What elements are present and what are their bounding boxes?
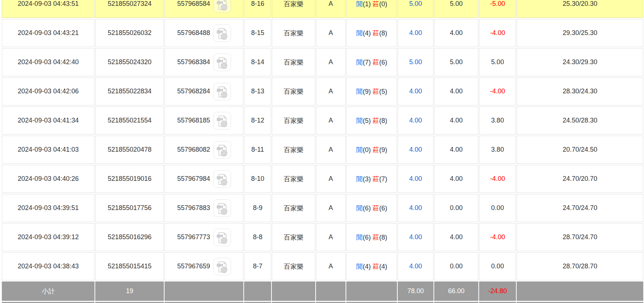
video-replay-button[interactable] (213, 170, 231, 188)
valid-bet-cell: 4.00 (398, 223, 433, 251)
balance-cell: 24.70/24.70 (517, 194, 643, 222)
banker-label: 莊 (373, 146, 379, 154)
bet-rows: 2024-09-03 04:43:51521855027324557968584… (2, 0, 643, 280)
game-type-cell: 百家樂 (272, 77, 315, 105)
bet-record-row[interactable]: 2024-09-03 04:42:40521855024320557968384… (2, 48, 643, 76)
win-loss-cell: -5.00 (479, 0, 516, 18)
banker-label: 莊 (373, 234, 379, 241)
banker-label: 莊 (373, 30, 379, 37)
bet-amount-cell: 0.00 (434, 194, 479, 222)
balance-cell: 25.30/20.30 (517, 0, 643, 18)
valid-bet-cell: 4.00 (398, 194, 433, 222)
valid-bet-cell: 4.00 (398, 252, 433, 280)
order-id-cell: 521855026032 (95, 19, 164, 47)
bet-amount-cell: 5.00 (434, 48, 479, 76)
subtotal-empty-cell (517, 281, 643, 301)
player-label: 閒 (356, 146, 363, 154)
result-cell: 閒(5) 莊(8) (346, 106, 397, 135)
subtotal-label: 小計 (2, 281, 95, 301)
player-label: 閒 (356, 175, 363, 183)
result-cell: 閒(6) 莊(8) (346, 223, 397, 251)
subtotal-bet-amount: 66.00 (434, 281, 479, 301)
table-name-cell: A (316, 252, 346, 280)
bet-amount-cell: 4.00 (434, 106, 479, 135)
table-name-cell: A (316, 194, 346, 222)
bet-amount-cell: 4.00 (434, 136, 479, 164)
banker-label: 莊 (373, 88, 379, 95)
bet-record-row[interactable]: 2024-09-03 04:38:43521855015415557967659… (2, 252, 643, 280)
bet-time-cell: 2024-09-03 04:41:34 (2, 106, 95, 135)
shoe-round-cell: 8-7 (244, 252, 271, 280)
bet-record-row[interactable]: 2024-09-03 04:41:34521855021554557968185… (2, 106, 643, 135)
bet-record-row[interactable]: 2024-09-03 04:43:51521855027324557968584… (2, 0, 643, 18)
balance-cell: 24.70/20.70 (517, 165, 643, 193)
bet-record-row[interactable]: 2024-09-03 04:42:06521855022834557968284… (2, 77, 643, 105)
banker-label: 莊 (373, 175, 379, 183)
result-cell: 閒(3) 莊(7) (346, 165, 397, 193)
video-replay-button[interactable] (213, 24, 231, 42)
balance-cell: 28.30/24.30 (517, 77, 643, 105)
win-loss-cell: -4.00 (479, 19, 516, 47)
bet-record-row[interactable]: 2024-09-03 04:40:26521855019016557967984… (2, 165, 643, 193)
round-id: 557968584 (177, 0, 210, 7)
player-label: 閒 (356, 117, 363, 124)
subtotal-empty-cell (165, 281, 243, 301)
balance-cell: 28.70/28.70 (517, 252, 643, 280)
shoe-round-cell: 8-16 (244, 0, 271, 18)
video-replay-button[interactable] (213, 112, 231, 129)
video-replay-button[interactable] (213, 199, 231, 217)
video-replay-button[interactable] (213, 54, 231, 71)
game-type-cell: 百家樂 (272, 0, 315, 18)
game-type-cell: 百家樂 (272, 165, 315, 193)
banker-label: 莊 (373, 59, 379, 66)
video-replay-button[interactable] (213, 229, 231, 246)
video-replay-button[interactable] (213, 258, 231, 275)
video-file-icon (215, 142, 230, 158)
player-label: 閒 (356, 263, 363, 270)
video-replay-button[interactable] (213, 83, 231, 100)
valid-bet-cell: 4.00 (398, 19, 433, 47)
player-label: 閒 (356, 30, 363, 37)
bet-history-table: 2024-09-03 04:43:51521855027324557968584… (1, 0, 644, 303)
table-name-cell: A (316, 165, 346, 193)
win-loss-cell: 0.00 (479, 194, 516, 222)
round-id-cell: 557968488 (165, 19, 243, 47)
bet-record-row[interactable]: 2024-09-03 04:39:12521855016296557967773… (2, 223, 643, 251)
balance-cell: 24.50/28.30 (517, 106, 643, 135)
bet-amount-cell: 4.00 (434, 77, 479, 105)
subtotal-empty-cell (346, 281, 397, 301)
banker-label: 莊 (373, 0, 379, 8)
bet-time-cell: 2024-09-03 04:42:40 (2, 48, 95, 76)
game-type-cell: 百家樂 (272, 252, 315, 280)
subtotal-count: 19 (95, 281, 164, 301)
order-id-cell: 521855024320 (95, 48, 164, 76)
bet-record-row[interactable]: 2024-09-03 04:39:51521855017756557967883… (2, 194, 643, 222)
valid-bet-cell: 4.00 (398, 136, 433, 164)
video-replay-button[interactable] (213, 0, 231, 13)
bet-history-table-viewport: 2024-09-03 04:43:51521855027324557968584… (1, 0, 644, 303)
round-id-cell: 557967883 (165, 194, 243, 222)
round-id: 557968284 (177, 87, 210, 94)
bet-amount-cell: 4.00 (434, 19, 479, 47)
round-id: 557967883 (177, 204, 210, 211)
order-id-cell: 521855021554 (95, 106, 164, 135)
game-type-cell: 百家樂 (272, 48, 315, 76)
result-cell: 閒(4) 莊(8) (346, 19, 397, 47)
video-replay-button[interactable] (213, 141, 231, 159)
valid-bet-cell: 5.00 (398, 0, 433, 18)
bet-record-row[interactable]: 2024-09-03 04:43:21521855026032557968488… (2, 19, 643, 47)
win-loss-cell: -4.00 (479, 77, 516, 105)
table-name-cell: A (316, 106, 346, 135)
balance-cell: 28.70/24.70 (517, 223, 643, 251)
bet-time-cell: 2024-09-03 04:39:12 (2, 223, 95, 251)
video-file-icon (215, 26, 230, 42)
video-file-icon (215, 0, 230, 12)
game-type-cell: 百家樂 (272, 194, 315, 222)
bet-amount-cell: 0.00 (434, 252, 479, 280)
subtotal-empty-cell (316, 281, 346, 301)
result-cell: 閒(0) 莊(9) (346, 136, 397, 164)
bet-record-row[interactable]: 2024-09-03 04:41:03521855020478557968082… (2, 136, 643, 164)
shoe-round-cell: 8-12 (244, 106, 271, 135)
order-id-cell: 521855027324 (95, 0, 164, 18)
bet-time-cell: 2024-09-03 04:41:03 (2, 136, 95, 164)
